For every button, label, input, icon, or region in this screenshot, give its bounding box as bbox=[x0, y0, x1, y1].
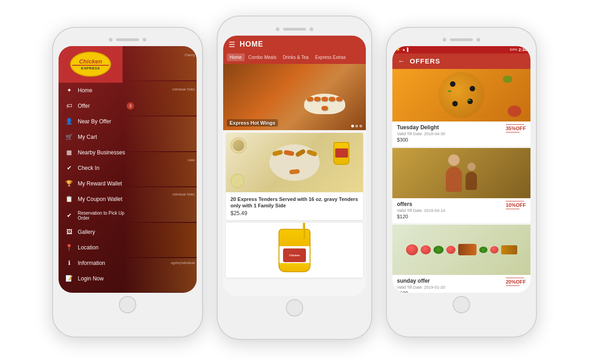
camera-2b bbox=[310, 27, 313, 31]
discount-line-top-1 bbox=[506, 124, 524, 125]
camera-3b bbox=[477, 38, 480, 42]
offer-1-discount: 35%OFF bbox=[506, 124, 526, 132]
camera-1 bbox=[109, 38, 112, 42]
camera-1b bbox=[143, 38, 146, 42]
tab-express-extras[interactable]: Express Extras bbox=[312, 53, 348, 61]
home-content-area: Express Hot Wings bbox=[223, 64, 366, 296]
side-dish-2 bbox=[230, 174, 244, 188]
tender-3 bbox=[294, 148, 305, 158]
offer-card-tuesday[interactable]: 35%OFF Tuesday Delight Valid Till Date: … bbox=[392, 69, 530, 146]
menu-item-coupon[interactable]: 📋 My Coupon Wallet bbox=[59, 191, 139, 207]
nugget-3 bbox=[321, 97, 328, 101]
banner-dots bbox=[351, 125, 362, 127]
grill-image bbox=[392, 225, 530, 275]
status-icons-left: ⚡ ▲ ▌ bbox=[396, 47, 410, 52]
offer-card-sunday[interactable]: 20%OFF sunday offer Valid Till Date: 201… bbox=[392, 225, 530, 293]
pizza-green-1 bbox=[448, 90, 451, 92]
discount-line-bottom-1 bbox=[506, 132, 519, 132]
home-icon: ✦ bbox=[65, 86, 73, 95]
menu-item-login[interactable]: 📝 Login Now bbox=[59, 271, 139, 286]
hamburger-menu-button[interactable]: ☰ bbox=[229, 40, 235, 49]
nugget-4 bbox=[329, 97, 335, 101]
menu-item-gallery[interactable]: 🖼 Gallery bbox=[59, 224, 139, 240]
menu-screen: Cherry ndividual Side) ickle ndividual S… bbox=[59, 46, 197, 293]
grilled-item-1 bbox=[458, 244, 477, 255]
offer-2-details: 10%OFF offers Valid Till Date: 2019-03-1… bbox=[392, 198, 530, 223]
pizza-image bbox=[392, 69, 530, 121]
food-label-3: ickle bbox=[188, 158, 195, 162]
offer-2-price: $120 bbox=[397, 214, 526, 219]
phone-2-screen: ☰ HOME Home Combo Meals Drinks & Tea Exp… bbox=[223, 36, 366, 296]
pizza-topping-1 bbox=[450, 81, 455, 87]
pizza-circle bbox=[439, 72, 484, 118]
pizza-green-2 bbox=[467, 100, 471, 101]
back-button[interactable]: ← bbox=[398, 57, 405, 65]
side-dish-1 bbox=[230, 137, 246, 153]
home-title: HOME bbox=[240, 40, 263, 48]
tomato-3 bbox=[446, 246, 455, 254]
family-image bbox=[392, 148, 530, 198]
person-head-2 bbox=[467, 163, 476, 171]
checkin-icon: ✔ bbox=[65, 164, 73, 172]
login-icon: 📝 bbox=[65, 274, 73, 283]
offer-2-discount: 10%OFF bbox=[506, 201, 526, 209]
offer-3-discount-text: 20%OFF bbox=[506, 279, 526, 285]
cup-visual bbox=[333, 142, 349, 165]
camera-2 bbox=[276, 27, 279, 31]
cart-icon: 🛒 bbox=[65, 133, 73, 141]
pizza-bg bbox=[392, 69, 530, 121]
drink-cup-logo: Chicken bbox=[283, 248, 306, 262]
tab-drinks-tea[interactable]: Drinks & Tea bbox=[280, 53, 311, 61]
drink-logo-text: Chicken bbox=[289, 254, 300, 257]
product-bg bbox=[226, 133, 363, 192]
product-card-tenders[interactable]: 20 Express Tenders Served with 16 oz. gr… bbox=[226, 133, 363, 221]
phone-2-home-button[interactable] bbox=[286, 299, 303, 317]
family-bg bbox=[392, 148, 530, 198]
menu-nearby-businesses-label: Nearby Businesses bbox=[78, 149, 125, 156]
phone-2-bottom bbox=[286, 299, 303, 317]
phone-1-menu: Cherry ndividual Side) ickle ndividual S… bbox=[52, 27, 203, 338]
phone-3-home-button[interactable] bbox=[453, 296, 470, 313]
menu-login-label: Login Now bbox=[78, 275, 104, 282]
phone-3-screen: ⚡ ▲ ▌ 64% 2:34 ← OFFERS bbox=[392, 46, 530, 293]
drink-cup: Chicken bbox=[278, 229, 311, 272]
drink-visual-wrap: Chicken bbox=[278, 229, 311, 272]
menu-item-info[interactable]: ℹ Information bbox=[59, 255, 139, 271]
offer-3-discount: 20%OFF bbox=[506, 278, 526, 286]
menu-item-offer[interactable]: 🏷 Offer 3 bbox=[59, 98, 139, 114]
menu-item-nearby-offer[interactable]: 👤 Near By Offer bbox=[59, 114, 139, 129]
product-info: 20 Express Tenders Served with 16 oz. gr… bbox=[226, 192, 363, 221]
signal-icon: ▌ bbox=[407, 47, 410, 52]
camera-3 bbox=[443, 38, 446, 42]
menu-item-home[interactable]: ✦ Home bbox=[59, 83, 139, 98]
offer-2-discount-text: 10%OFF bbox=[506, 202, 526, 208]
home-screen: ☰ HOME Home Combo Meals Drinks & Tea Exp… bbox=[223, 36, 366, 296]
grilled-item-2 bbox=[501, 245, 517, 254]
nugget-bowl bbox=[304, 94, 345, 114]
drink-card: Chicken bbox=[226, 223, 363, 278]
logo-badge: Chicken EXPRESS bbox=[70, 52, 111, 77]
nugget-1 bbox=[307, 97, 313, 101]
menu-item-cart[interactable]: 🛒 My Cart bbox=[59, 129, 139, 145]
offer-1-discount-text: 35%OFF bbox=[506, 126, 526, 131]
offers-title: OFFERS bbox=[410, 57, 440, 65]
tab-combo-meals[interactable]: Combo Meals bbox=[246, 53, 279, 61]
menu-item-location[interactable]: 📍 Location bbox=[59, 240, 139, 255]
phone-1-home-button[interactable] bbox=[119, 296, 136, 313]
dot-3 bbox=[359, 125, 362, 127]
menu-item-reservation[interactable]: ✔ Reservation to Pick Up Order bbox=[59, 207, 139, 224]
menu-item-checkin[interactable]: ✔ Check In bbox=[59, 160, 139, 176]
tenders-plate bbox=[269, 144, 320, 181]
nugget-2 bbox=[314, 97, 321, 101]
menu-item-reward[interactable]: 🏆 My Reward Wallet bbox=[59, 176, 139, 191]
product-name: 20 Express Tenders Served with 16 oz. gr… bbox=[230, 196, 359, 209]
menu-home-label: Home bbox=[78, 87, 92, 94]
tomato-4 bbox=[490, 246, 498, 253]
product-price: $25.49 bbox=[230, 210, 359, 216]
tomato-1 bbox=[406, 244, 418, 255]
tab-home[interactable]: Home bbox=[227, 53, 245, 61]
offer-icon: 🏷 bbox=[65, 102, 73, 110]
menu-item-nearby-businesses[interactable]: ▦ Nearby Businesses bbox=[59, 145, 139, 160]
offer-card-offers[interactable]: 10%OFF offers Valid Till Date: 2019-03-1… bbox=[392, 148, 530, 223]
nearby-businesses-icon: ▦ bbox=[65, 148, 73, 157]
